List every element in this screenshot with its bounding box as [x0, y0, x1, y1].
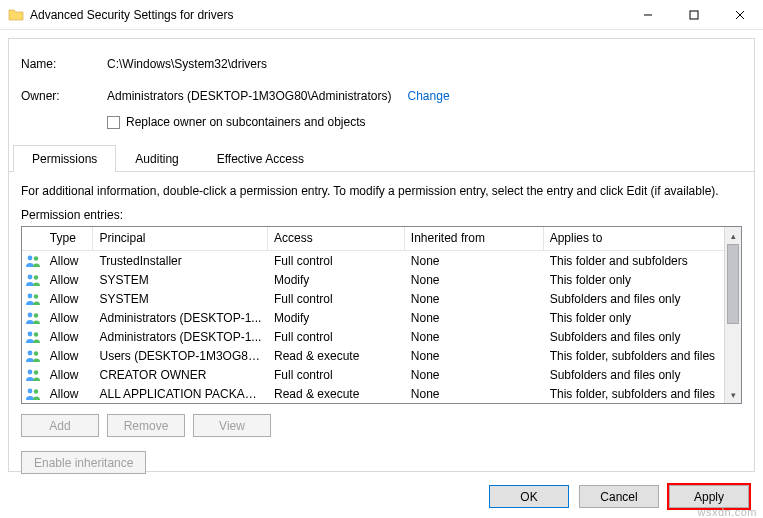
cell-type: Allow [44, 310, 94, 326]
cell-principal: CREATOR OWNER [93, 367, 268, 383]
owner-label: Owner: [21, 89, 107, 103]
svg-point-8 [34, 313, 38, 317]
permission-entries-table[interactable]: Type Principal Access Inherited from App… [21, 226, 742, 404]
cell-applies: This folder only [544, 310, 724, 326]
cell-principal: ALL APPLICATION PACKAGES [93, 386, 268, 402]
permission-action-buttons: Add Remove View [21, 414, 742, 437]
add-button[interactable]: Add [21, 414, 99, 437]
svg-point-5 [28, 293, 33, 298]
svg-point-9 [28, 331, 33, 336]
cell-access: Modify [268, 310, 405, 326]
cell-type: Allow [44, 272, 94, 288]
column-type[interactable]: Type [44, 227, 94, 250]
column-principal[interactable]: Principal [93, 227, 268, 250]
cell-type: Allow [44, 386, 94, 402]
cell-access: Read & execute [268, 348, 405, 364]
tab-permissions[interactable]: Permissions [13, 145, 116, 172]
cell-inherited: None [405, 253, 544, 269]
vertical-scrollbar[interactable]: ▴ ▾ [724, 227, 741, 403]
owner-value: Administrators (DESKTOP-1M3OG80\Administ… [107, 89, 392, 103]
principal-icon [22, 368, 44, 382]
view-button[interactable]: View [193, 414, 271, 437]
titlebar: Advanced Security Settings for drivers [0, 0, 763, 30]
table-row[interactable]: AllowTrustedInstallerFull controlNoneThi… [22, 251, 724, 270]
apply-button[interactable]: Apply [669, 485, 749, 508]
table-row[interactable]: AllowSYSTEMFull controlNoneSubfolders an… [22, 289, 724, 308]
cell-inherited: None [405, 386, 544, 402]
change-owner-link[interactable]: Change [408, 89, 450, 103]
enable-inheritance-button[interactable]: Enable inheritance [21, 451, 146, 474]
tab-bar: Permissions Auditing Effective Access [9, 145, 754, 172]
svg-point-7 [28, 312, 33, 317]
cell-access: Full control [268, 329, 405, 345]
cell-inherited: None [405, 348, 544, 364]
cell-type: Allow [44, 291, 94, 307]
svg-point-12 [34, 351, 38, 355]
tab-body-permissions: For additional information, double-click… [21, 172, 742, 474]
cell-access: Read & execute [268, 386, 405, 402]
cell-applies: This folder, subfolders and files [544, 386, 724, 402]
cell-applies: Subfolders and files only [544, 329, 724, 345]
cell-inherited: None [405, 367, 544, 383]
svg-point-6 [34, 294, 38, 298]
cell-principal: Administrators (DESKTOP-1... [93, 329, 268, 345]
replace-owner-label: Replace owner on subcontainers and objec… [126, 115, 365, 129]
name-label: Name: [21, 57, 107, 71]
table-header: Type Principal Access Inherited from App… [22, 227, 724, 251]
cell-principal: SYSTEM [93, 291, 268, 307]
cell-type: Allow [44, 253, 94, 269]
scrollbar-thumb[interactable] [727, 244, 739, 324]
replace-owner-checkbox[interactable] [107, 116, 120, 129]
cell-type: Allow [44, 329, 94, 345]
tab-effective-access[interactable]: Effective Access [198, 145, 323, 172]
table-row[interactable]: AllowAdministrators (DESKTOP-1...ModifyN… [22, 308, 724, 327]
tab-auditing[interactable]: Auditing [116, 145, 197, 172]
svg-point-11 [28, 350, 33, 355]
svg-point-13 [28, 369, 33, 374]
principal-icon [22, 311, 44, 325]
cell-principal: SYSTEM [93, 272, 268, 288]
remove-button[interactable]: Remove [107, 414, 185, 437]
cell-inherited: None [405, 291, 544, 307]
svg-point-1 [28, 255, 33, 260]
content-frame: Name: C:\Windows\System32\drivers Owner:… [8, 38, 755, 472]
svg-point-14 [34, 370, 38, 374]
maximize-button[interactable] [671, 0, 717, 29]
cell-type: Allow [44, 367, 94, 383]
scroll-up-arrow-icon[interactable]: ▴ [725, 227, 741, 244]
cell-applies: Subfolders and files only [544, 367, 724, 383]
cell-type: Allow [44, 348, 94, 364]
svg-point-15 [28, 388, 33, 393]
cell-applies: This folder only [544, 272, 724, 288]
table-row[interactable]: AllowAdministrators (DESKTOP-1...Full co… [22, 327, 724, 346]
cancel-button[interactable]: Cancel [579, 485, 659, 508]
minimize-button[interactable] [625, 0, 671, 29]
ok-button[interactable]: OK [489, 485, 569, 508]
close-button[interactable] [717, 0, 763, 29]
column-applies-to[interactable]: Applies to [544, 227, 724, 250]
table-row[interactable]: AllowUsers (DESKTOP-1M3OG80\U...Read & e… [22, 346, 724, 365]
table-row[interactable]: AllowCREATOR OWNERFull controlNoneSubfol… [22, 365, 724, 384]
cell-access: Full control [268, 253, 405, 269]
cell-principal: Users (DESKTOP-1M3OG80\U... [93, 348, 268, 364]
principal-icon [22, 387, 44, 401]
column-inherited-from[interactable]: Inherited from [405, 227, 544, 250]
svg-point-16 [34, 389, 38, 393]
svg-point-2 [34, 256, 38, 260]
table-row[interactable]: AllowSYSTEMModifyNoneThis folder only [22, 270, 724, 289]
cell-inherited: None [405, 310, 544, 326]
name-value: C:\Windows\System32\drivers [107, 57, 267, 71]
dialog-buttons: OK Cancel Apply [489, 485, 749, 508]
folder-icon [8, 7, 24, 23]
cell-principal: TrustedInstaller [93, 253, 268, 269]
permissions-help-text: For additional information, double-click… [21, 184, 742, 198]
permission-entries-label: Permission entries: [21, 208, 742, 222]
svg-point-10 [34, 332, 38, 336]
column-access[interactable]: Access [268, 227, 405, 250]
scroll-down-arrow-icon[interactable]: ▾ [725, 386, 741, 403]
object-info: Name: C:\Windows\System32\drivers Owner:… [21, 53, 742, 139]
cell-principal: Administrators (DESKTOP-1... [93, 310, 268, 326]
table-row[interactable]: AllowALL APPLICATION PACKAGESRead & exec… [22, 384, 724, 403]
window-title: Advanced Security Settings for drivers [30, 8, 233, 22]
window-controls [625, 0, 763, 29]
